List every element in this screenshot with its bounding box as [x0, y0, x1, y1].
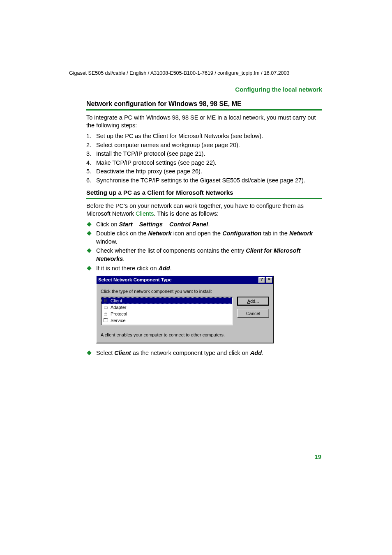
list-item-protocol[interactable]: ⎌ Protocol [101, 311, 232, 317]
step-6-text: Synchronise the TCP/IP settings to the G… [96, 177, 305, 184]
section-heading-right: Configuring the local network [86, 85, 322, 94]
para2: Before the PC's on your network can work… [86, 202, 322, 218]
add-button[interactable]: Add... [237, 297, 269, 306]
step-5-text: Deactivate the http proxy (see page 26). [96, 168, 202, 175]
component-type-listbox[interactable]: 🖥 Client ▭ Adapter ⎌ Protocol 🗔 Service [101, 297, 233, 325]
bullet-list-2: Select Client as the network component t… [86, 349, 322, 357]
list-item-label: Protocol [111, 311, 127, 317]
cancel-button[interactable]: Cancel [237, 309, 269, 318]
dialog-titlebar[interactable]: Select Network Component Type ? × [97, 276, 273, 284]
page-content: Configuring the local network Network co… [0, 16, 392, 360]
list-item-adapter[interactable]: ▭ Adapter [101, 304, 232, 311]
list-item-label: Adapter [111, 304, 127, 311]
list-item-label: Service [111, 318, 126, 324]
bullet-3: Check whether the list of components con… [86, 247, 322, 263]
protocol-icon: ⎌ [102, 311, 109, 317]
step-3-text: Install the TCP/IP protocol (see page 21… [96, 150, 205, 157]
step-2-text: Select computer names and workgroup (see… [96, 142, 240, 148]
step-1: 1.Set up the PC as the Client for Micros… [86, 132, 322, 140]
computer-icon: 🖥 [102, 298, 109, 304]
bullet-4: If it is not there click on Add. [86, 265, 322, 273]
step-5: 5.Deactivate the http proxy (see page 26… [86, 168, 322, 176]
step-2: 2.Select computer names and workgroup (s… [86, 141, 322, 150]
dialog-select-network-component: Select Network Component Type ? × Click … [96, 276, 274, 343]
bullet-1: Click on Start – Settings – Control Pane… [86, 221, 322, 229]
adapter-icon: ▭ [102, 304, 109, 310]
list-item-service[interactable]: 🗔 Service [101, 317, 232, 324]
service-icon: 🗔 [102, 318, 109, 323]
step-4-text: Make TCP/IP protocol settings (see page … [96, 159, 217, 166]
page-number: 19 [314, 453, 321, 461]
bullet-2: Double click on the Network icon and ope… [86, 230, 322, 246]
h1-title: Network configuration for Windows 98, 98… [86, 99, 322, 108]
divider-thick [86, 109, 322, 111]
step-3: 3.Install the TCP/IP protocol (see page … [86, 150, 322, 158]
divider-medium [86, 198, 322, 199]
bullet-list-1: Click on Start – Settings – Control Pane… [86, 221, 322, 272]
help-icon[interactable]: ? [258, 277, 265, 283]
dialog-description: A client enables your computer to connec… [101, 332, 269, 338]
list-item-client[interactable]: 🖥 Client [101, 297, 232, 304]
dialog-title: Select Network Component Type [98, 277, 258, 283]
list-item-label: Client [111, 298, 122, 304]
dialog-prompt: Click the type of network component you … [101, 288, 233, 295]
para2-after: . This is done as follows: [154, 210, 219, 217]
step-4: 4.Make TCP/IP protocol settings (see pag… [86, 159, 322, 167]
link-clients[interactable]: Clients [136, 210, 154, 217]
close-icon[interactable]: × [266, 277, 272, 283]
step-1-text: Set up the PC as the Client for Microsof… [96, 133, 263, 139]
numbered-steps: 1.Set up the PC as the Client for Micros… [86, 132, 322, 184]
step-6: 6.Synchronise the TCP/IP settings to the… [86, 177, 322, 185]
intro-paragraph: To integrate a PC with Windows 98, 98 SE… [86, 114, 322, 130]
bullet-5: Select Client as the network component t… [86, 349, 322, 357]
h2-subhead: Setting up a PC as a Client for Microsof… [86, 189, 322, 197]
